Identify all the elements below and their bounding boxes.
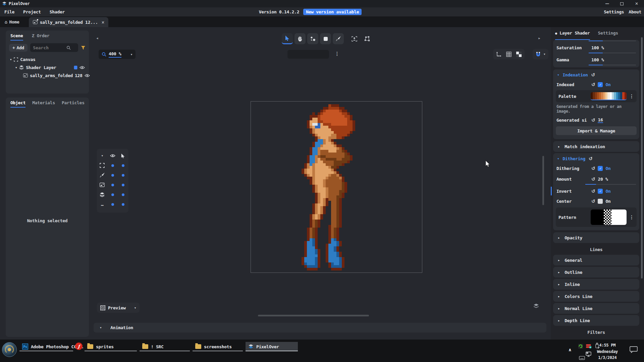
- reset-icon[interactable]: ↺: [589, 156, 592, 161]
- tab-particles[interactable]: Particles: [62, 100, 85, 108]
- gamma-row[interactable]: Gamma 100 %: [553, 55, 639, 64]
- kebab-menu-icon[interactable]: ⋮: [335, 51, 339, 56]
- animation-bar[interactable]: ▾ Animation: [94, 323, 546, 333]
- chevron-down-icon[interactable]: ▾: [100, 325, 102, 330]
- import-manage-button[interactable]: Import & Manage: [556, 126, 637, 135]
- tab-document[interactable]: sally_arms_folded 12... ✕: [29, 17, 108, 27]
- rect-tool-button[interactable]: [320, 33, 331, 44]
- selectability-dot[interactable]: [122, 184, 124, 186]
- caret-down-icon[interactable]: ▾: [10, 57, 12, 62]
- add-button[interactable]: + Add: [9, 44, 28, 52]
- chevron-down-icon[interactable]: ▾: [543, 52, 545, 56]
- reset-icon[interactable]: ↺: [591, 176, 595, 182]
- tray-network-icon[interactable]: [585, 351, 593, 357]
- collapse-right-icon[interactable]: ▸: [538, 36, 541, 41]
- snap-control[interactable]: ▾: [533, 49, 548, 59]
- amount-value[interactable]: 20 %: [598, 177, 608, 182]
- reset-icon[interactable]: ↺: [591, 117, 595, 123]
- tray-chevron-icon[interactable]: ∧: [568, 347, 572, 352]
- visibility-dot[interactable]: [111, 174, 114, 177]
- focus-object-button[interactable]: [349, 33, 360, 44]
- selectability-dot[interactable]: [122, 203, 124, 206]
- dithering-checkbox[interactable]: ✓: [598, 166, 603, 171]
- collapse-left-icon[interactable]: ◂: [96, 36, 99, 41]
- notification-center-icon[interactable]: [629, 346, 638, 353]
- menu-project[interactable]: Project: [19, 9, 45, 14]
- saturation-value[interactable]: 100 %: [591, 45, 604, 50]
- horizontal-scrollbar[interactable]: [258, 315, 369, 316]
- visibility-dot[interactable]: [111, 184, 114, 186]
- tab-shader-settings[interactable]: Settings: [598, 31, 618, 40]
- tab-scene[interactable]: Scene: [10, 33, 23, 41]
- kebab-menu-icon[interactable]: ⋮: [629, 215, 634, 220]
- checker-background-icon[interactable]: [516, 52, 522, 57]
- tray-green-icon[interactable]: [578, 343, 584, 349]
- eye-header-icon[interactable]: [110, 154, 115, 158]
- section-depth-line[interactable]: ▸ Depth Line: [553, 315, 639, 326]
- start-button[interactable]: [2, 342, 17, 357]
- shader-doc-icon[interactable]: [74, 65, 77, 70]
- cursor-header-icon[interactable]: [121, 154, 125, 158]
- menu-about[interactable]: About: [629, 9, 641, 14]
- selectability-dot[interactable]: [122, 193, 124, 196]
- filter-icon[interactable]: [81, 46, 86, 50]
- menu-settings[interactable]: Settings: [604, 9, 624, 14]
- menu-file[interactable]: File: [0, 9, 19, 14]
- visibility-dot[interactable]: [111, 193, 114, 196]
- taskbar-item-pixelover[interactable]: PixelOver: [246, 342, 298, 351]
- tree-row-canvas[interactable]: ▾ Canvas: [10, 55, 85, 63]
- reset-icon[interactable]: ↺: [591, 166, 595, 171]
- reset-icon[interactable]: ↺: [591, 188, 595, 194]
- tab-layer-shader[interactable]: ● Layer Shader: [555, 31, 590, 40]
- generated-size-value[interactable]: 16: [598, 117, 603, 123]
- taskbar-item-sprites[interactable]: sprites: [85, 342, 116, 351]
- center-checkbox[interactable]: [598, 199, 603, 204]
- tray-disk-icon[interactable]: [586, 343, 592, 349]
- gamma-value[interactable]: 100 %: [591, 57, 604, 62]
- tab-materials[interactable]: Materials: [32, 100, 55, 108]
- taskbar-item-src[interactable]: ! SRC: [140, 342, 166, 351]
- taskbar-item-screenshots[interactable]: screenshots: [193, 342, 234, 351]
- caret-down-icon[interactable]: ▾: [557, 157, 559, 161]
- panel-scrollbar[interactable]: [641, 37, 643, 279]
- tray-keyboard-icon[interactable]: [579, 356, 585, 360]
- selectability-dot[interactable]: [122, 164, 124, 167]
- tab-object[interactable]: Object: [10, 100, 25, 108]
- selectability-dot[interactable]: [122, 174, 124, 177]
- tree-row-image[interactable]: sally_arms_folded 128: [10, 71, 85, 79]
- node-tool-button[interactable]: [307, 33, 318, 44]
- minimize-button[interactable]: —: [600, 0, 614, 7]
- grid-icon[interactable]: [506, 52, 512, 57]
- select-tool-button[interactable]: [282, 33, 293, 44]
- caret-down-icon[interactable]: ▾: [557, 73, 559, 77]
- frame-name-field[interactable]: [287, 50, 329, 59]
- saturation-row[interactable]: Saturation 100 %: [553, 43, 639, 52]
- preview-mode-dropdown[interactable]: Preview ▾: [97, 303, 140, 313]
- reset-icon[interactable]: ↺: [591, 198, 595, 204]
- section-inline[interactable]: ▸ Inline: [553, 279, 639, 290]
- menu-shader[interactable]: Shader: [45, 9, 69, 14]
- palette-swatch[interactable]: [591, 92, 627, 100]
- close-button[interactable]: ✕: [629, 0, 644, 7]
- visibility-dot[interactable]: [111, 164, 114, 167]
- zoom-control[interactable]: 400 % ▾: [99, 50, 136, 59]
- shader-preview-icon[interactable]: [533, 304, 539, 309]
- caret-down-icon[interactable]: ▾: [15, 65, 17, 70]
- free-transform-button[interactable]: [362, 33, 373, 44]
- pan-tool-button[interactable]: [294, 33, 306, 44]
- reset-icon[interactable]: ↺: [591, 72, 595, 77]
- tab-close-icon[interactable]: ✕: [102, 19, 104, 25]
- brush-tool-button[interactable]: [333, 33, 344, 44]
- chevron-down-icon[interactable]: ▾: [134, 306, 136, 310]
- tray-clock[interactable]: 4:55 PM Wednesday 1/3/2024: [597, 342, 618, 361]
- maximize-button[interactable]: [614, 0, 629, 7]
- rulers-icon[interactable]: [496, 52, 501, 57]
- flash-icon[interactable]: ƒ: [75, 343, 83, 350]
- tree-row-shader-layer[interactable]: ▾ Shader Layer: [10, 63, 85, 71]
- section-colors-line[interactable]: ▸ Colors Line: [553, 291, 639, 302]
- visibility-eye-icon[interactable]: [85, 74, 90, 77]
- reset-icon[interactable]: ↺: [591, 82, 595, 87]
- invert-checkbox[interactable]: ✓: [598, 189, 603, 194]
- match-indexation-section[interactable]: ▸ Match indexation: [553, 141, 639, 152]
- pattern-swatch[interactable]: [591, 209, 627, 225]
